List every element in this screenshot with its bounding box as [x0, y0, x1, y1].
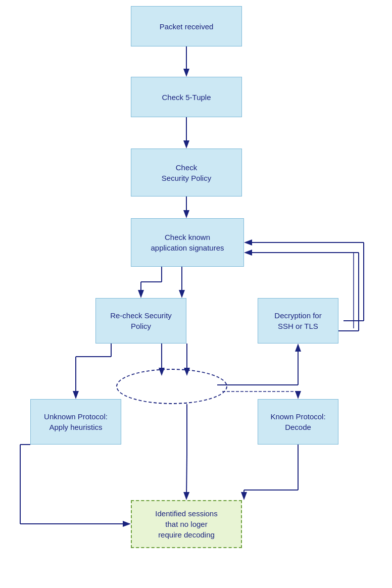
svg-line-32: [186, 455, 187, 498]
check-security-policy-label: CheckSecurity Policy: [162, 162, 211, 183]
decision-ellipse: [116, 369, 227, 404]
packet-received-label: Packet received: [160, 21, 214, 32]
check-known-app-box: Check knownapplication signatures: [131, 218, 244, 267]
unknown-protocol-box: Unknown Protocol:Apply heuristics: [30, 399, 121, 445]
check-5tuple-box: Check 5-Tuple: [131, 77, 242, 117]
flowchart: Packet received Check 5-Tuple CheckSecur…: [0, 0, 392, 588]
known-protocol-label: Known Protocol:Decode: [270, 411, 325, 432]
check-known-app-label: Check knownapplication signatures: [151, 232, 224, 253]
packet-received-box: Packet received: [131, 6, 242, 46]
recheck-security-box: Re-check SecurityPolicy: [95, 298, 186, 344]
check-security-policy-box: CheckSecurity Policy: [131, 149, 242, 197]
known-protocol-box: Known Protocol:Decode: [258, 399, 338, 445]
unknown-protocol-label: Unknown Protocol:Apply heuristics: [44, 411, 108, 432]
decryption-box: Decryption forSSH or TLS: [258, 298, 338, 344]
identified-sessions-box: Identified sessionsthat no logerrequire …: [131, 500, 242, 548]
check-5tuple-label: Check 5-Tuple: [162, 92, 211, 103]
decryption-label: Decryption forSSH or TLS: [274, 310, 321, 331]
identified-sessions-label: Identified sessionsthat no logerrequire …: [155, 508, 217, 540]
recheck-security-label: Re-check SecurityPolicy: [110, 310, 172, 331]
